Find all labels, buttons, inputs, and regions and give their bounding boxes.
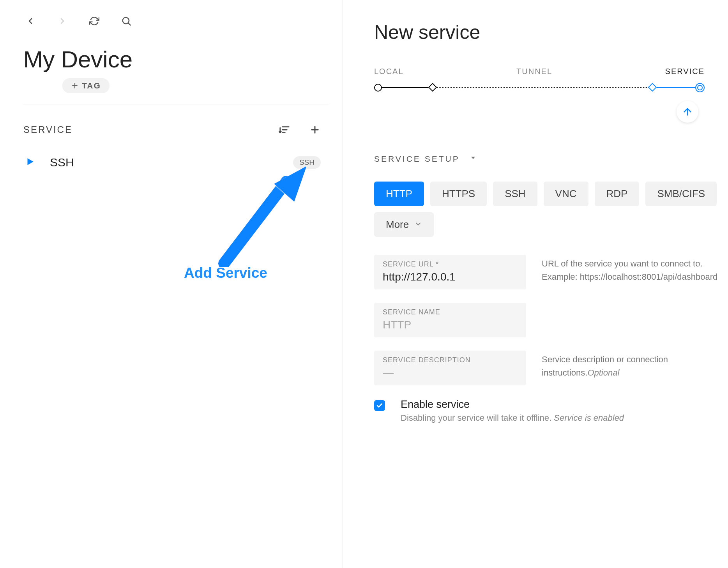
service-description-input[interactable] — [383, 367, 518, 379]
svg-marker-12 — [471, 157, 475, 159]
right-panel: New service LOCAL TUNNEL SERVICE SERVICE… — [343, 0, 728, 568]
stepper-node-local-icon — [374, 84, 382, 92]
search-icon[interactable] — [119, 14, 133, 28]
annotation-label: Add Service — [184, 265, 267, 281]
chip-rdp[interactable]: RDP — [595, 182, 640, 206]
chevron-down-icon — [414, 219, 422, 231]
page-title: New service — [374, 21, 724, 44]
stepper-labels: LOCAL TUNNEL SERVICE — [374, 67, 724, 76]
add-tag-button[interactable]: TAG — [62, 78, 110, 93]
service-name-label: SERVICE NAME — [383, 308, 518, 316]
forward-icon — [55, 14, 69, 28]
tag-button-label: TAG — [82, 81, 101, 90]
enable-service-text: Enable service Disabling your service wi… — [401, 399, 624, 423]
back-icon[interactable] — [23, 14, 37, 28]
enable-service-checkbox[interactable] — [374, 400, 385, 411]
svg-marker-9 — [28, 158, 34, 165]
service-url-label: SERVICE URL * — [383, 260, 518, 268]
service-header-actions — [279, 124, 321, 136]
service-url-input[interactable] — [383, 271, 518, 283]
service-description-label: SERVICE DESCRIPTION — [383, 356, 518, 364]
left-panel: My Device TAG SERVICE SSH — [0, 0, 343, 568]
scroll-up-button[interactable] — [677, 101, 698, 123]
sort-icon[interactable] — [279, 124, 290, 136]
service-setup-label: SERVICE SETUP — [374, 154, 460, 164]
chip-https[interactable]: HTTPS — [430, 182, 487, 206]
enable-service-row: Enable service Disabling your service wi… — [374, 399, 724, 423]
service-setup-toggle[interactable]: SERVICE SETUP — [374, 154, 724, 164]
service-name-field[interactable]: SERVICE NAME — [374, 303, 526, 337]
service-name-input[interactable] — [383, 319, 518, 331]
device-title: My Device — [23, 46, 329, 73]
service-description-field[interactable]: SERVICE DESCRIPTION — [374, 351, 526, 385]
stepper-label-tunnel: TUNNEL — [516, 67, 552, 76]
play-icon — [25, 157, 35, 168]
stepper-label-service: SERVICE — [665, 67, 705, 76]
service-url-help: URL of the service you want to connect t… — [542, 255, 724, 284]
chip-ssh[interactable]: SSH — [493, 182, 537, 206]
svg-line-1 — [128, 23, 130, 25]
nav-bar — [23, 14, 329, 28]
chip-smbcifs[interactable]: SMB/CIFS — [645, 182, 717, 206]
service-description-help: Service description or connection instru… — [542, 351, 724, 379]
divider — [23, 104, 329, 104]
stepper-node-intermediate-icon — [648, 83, 657, 92]
add-service-icon[interactable] — [309, 124, 321, 136]
stepper-node-service-icon — [695, 83, 705, 92]
chip-http[interactable]: HTTP — [374, 182, 424, 206]
service-header-label: SERVICE — [23, 124, 72, 135]
chip-more[interactable]: More — [374, 212, 434, 237]
annotation-arrow-icon — [216, 166, 306, 267]
chip-vnc[interactable]: VNC — [544, 182, 588, 206]
app-root: My Device TAG SERVICE SSH — [0, 0, 728, 568]
stepper — [374, 83, 705, 92]
chevron-down-icon — [469, 154, 477, 164]
service-type-chips: HTTP HTTPS SSH VNC RDP SMB/CIFS More — [374, 182, 724, 237]
enable-service-sub: Disabling your service will take it offl… — [401, 413, 624, 423]
stepper-node-tunnel-icon — [428, 83, 437, 92]
stepper-label-local: LOCAL — [374, 67, 404, 76]
service-item-name: SSH — [50, 156, 74, 169]
enable-service-title: Enable service — [401, 399, 624, 411]
service-section-header: SERVICE — [23, 124, 329, 136]
service-url-field[interactable]: SERVICE URL * — [374, 255, 526, 289]
refresh-icon[interactable] — [87, 14, 101, 28]
